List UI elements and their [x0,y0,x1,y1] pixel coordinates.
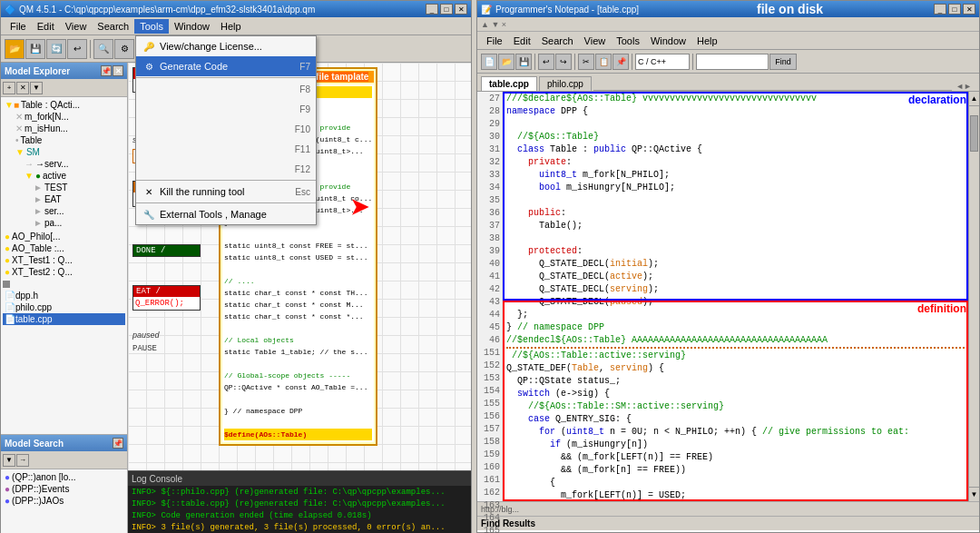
search-go-button[interactable]: → [16,454,29,467]
remove-node-button[interactable]: ✕ [16,82,29,94]
menu-f8[interactable]: F8 [136,79,316,99]
right-arrow-big: ➤ [350,194,368,220]
f10-icon [142,122,156,136]
tree-item-ao-philo[interactable]: ● AO_Philo[... [3,231,125,242]
zoom-in-button[interactable]: 🔍 [93,39,113,59]
ao-table-icon: ● [5,243,10,253]
menu-tools[interactable]: Tools [134,19,169,34]
maximize-button[interactable]: □ [440,4,453,15]
np-copy-button[interactable]: 📋 [595,54,612,70]
scroll-thumb[interactable] [970,115,978,152]
tree-item-xt-test2[interactable]: ● XT_Test2 : Q... [3,266,125,278]
notepad-minimize[interactable]: _ [934,4,946,15]
notepad-close[interactable]: ✕ [963,4,975,15]
notepad-menu-window[interactable]: Window [645,34,691,48]
expand-node-button[interactable]: ▼ [30,82,43,94]
notepad-menu-help[interactable]: Help [691,34,723,48]
search-result-1[interactable]: ● (QP::)anon [lo... [3,471,125,483]
notepad-menu-view[interactable]: View [579,34,612,48]
notepad-menu-edit[interactable]: Edit [508,34,536,48]
menu-help[interactable]: Help [215,19,247,34]
np-save-button[interactable]: 💾 [515,54,532,70]
panel-close-x-button[interactable]: ✕ [113,65,123,76]
tree-item-ser[interactable]: ► ser... [3,205,125,217]
tab-table-cpp[interactable]: table.cpp [481,76,537,91]
notepad-menu-tools[interactable]: Tools [611,34,645,48]
tree-item-xt-test1[interactable]: ● XT_Test1 : Q... [3,254,125,266]
line-numbers: 272829 303132 333435 363738 394041 42434… [477,92,503,501]
search-result-3[interactable]: ● (DPP::)JAOs [3,495,125,507]
refresh-button[interactable]: 🔄 [46,39,66,59]
scroll-down-button[interactable]: ▼ [969,487,979,501]
np-find-input[interactable] [696,54,769,70]
dropdown-sep2 [136,180,316,181]
notepad-tabs-bar: table.cpp philo.cpp ◄ ► [477,74,979,92]
np-new-button[interactable]: 📄 [481,54,497,70]
notepad-title-bar: 📝 Programmer's Notepad - [table.cpp] fil… [477,1,979,17]
scroll-up-button[interactable]: ▲ [969,92,979,106]
menu-file[interactable]: File [5,19,32,34]
model-search-header: Model Search 📌 [1,435,127,451]
xt2-icon: ● [5,267,10,277]
menu-f11[interactable]: F11 [136,139,316,159]
menu-kill-running-tool[interactable]: ✕ Kill the running tool Esc [136,182,316,202]
cross2-icon: ✕ [15,123,23,133]
notepad-menu-file[interactable]: File [481,34,508,48]
np-undo-button[interactable]: ↩ [538,54,554,70]
search-panel-pin[interactable]: 📌 [113,438,123,449]
menu-window[interactable]: Window [169,19,215,34]
np-language-select[interactable]: C / C++ [635,54,690,70]
tree-item-pa[interactable]: ► pa... [3,217,125,229]
open-button[interactable]: 📂 [5,39,24,59]
tab-philo-cpp[interactable]: philo.cpp [539,76,592,91]
np-paste-button[interactable]: 📌 [612,54,629,70]
menu-f10[interactable]: F10 [136,119,316,139]
panel-pin-button[interactable]: 📌 [101,65,112,76]
file-tamplate-title: file tamplate [316,72,368,82]
tree-item-sm[interactable]: ▼ SM [3,146,125,158]
np-cut-button[interactable]: ✂ [578,54,594,70]
code-editor-content[interactable]: ///$declare${AOs::Table} vvvvvvvvvvvvvvv… [503,92,968,501]
tree-item-eat[interactable]: ► EAT [3,193,125,205]
np-redo-button[interactable]: ↪ [555,54,572,70]
menu-view[interactable]: View [60,19,93,34]
menu-search[interactable]: Search [92,19,134,34]
tree-item-table-qacti[interactable]: ▼ ■ Table : QActi... [3,99,125,111]
table-class-icon: ■ [14,100,19,110]
tree-item-philo-cpp[interactable]: 📄 philo.cpp [3,301,125,313]
add-node-button[interactable]: + [3,82,15,94]
menu-manage-external-tools[interactable]: 🔧 External Tools , Manage [136,204,316,224]
table-file-icon: 📄 [5,314,15,324]
close-button[interactable]: ✕ [455,4,467,15]
settings-button[interactable]: ⚙ [114,39,134,59]
undo-button[interactable]: ↩ [67,39,87,59]
notepad-location-bar: ▲ ▼ × [477,17,979,32]
menu-view-change-license[interactable]: 🔑 View/change License... [136,36,316,56]
tree-item-table[interactable]: • Table [3,134,125,146]
search-filter-button[interactable]: ▼ [3,454,15,467]
log-console-panel: Log Console INFO> ${::philo.cpp} (re)gen… [128,470,471,533]
menu-f9[interactable]: F9 [136,99,316,119]
save-button[interactable]: 💾 [25,39,45,59]
tree-item-table-cpp[interactable]: 📄 table.cpp [3,313,125,325]
serv-icon: → [24,159,34,169]
menu-generate-code[interactable]: ⚙ Generate Code F7 [136,56,316,76]
np-open-button[interactable]: 📂 [498,54,514,70]
notepad-maximize[interactable]: □ [948,4,961,15]
minimize-button[interactable]: _ [426,4,438,15]
tree-item-ao-table[interactable]: ● AO_Table :... [3,242,125,254]
manage-icon: 🔧 [142,207,156,222]
menu-f12[interactable]: F12 [136,159,316,179]
tree-item-mfork[interactable]: ✕ m_fork[N... [3,111,125,123]
editor-scrollbar[interactable]: ▲ ▼ [968,92,979,501]
tree-item-active[interactable]: ▼ ● active [3,170,125,182]
tree-item-test[interactable]: ► TEST [3,182,125,193]
np-find-button[interactable]: Find [769,54,797,70]
search-result-2[interactable]: ● (DPP::)Events [3,483,125,495]
menu-edit[interactable]: Edit [32,19,60,34]
tree-item-dpp-h[interactable]: 📄 dpp.h [3,290,125,301]
notepad-menu-search[interactable]: Search [536,34,579,48]
tree-item-mishun[interactable]: ✕ m_isHun... [3,123,125,134]
scroll-track[interactable] [969,106,979,487]
tree-item-serv[interactable]: → →serv... [3,158,125,170]
